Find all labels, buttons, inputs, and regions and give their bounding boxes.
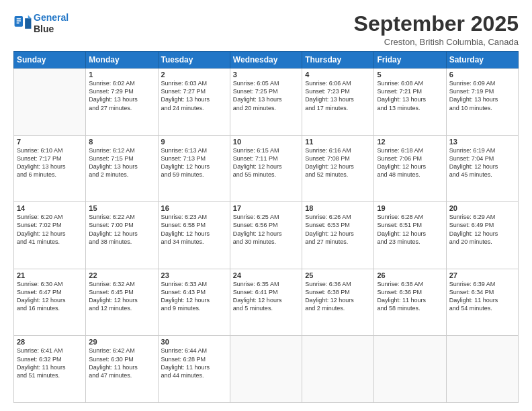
day-info: Sunrise: 6:18 AMSunset: 7:06 PMDaylight:… [377,146,443,179]
day-info: Sunrise: 6:26 AMSunset: 6:53 PMDaylight:… [305,213,371,246]
day-info: Sunrise: 6:08 AMSunset: 7:21 PMDaylight:… [377,79,443,112]
day-number: 22 [89,271,154,279]
day-info: Sunrise: 6:03 AMSunset: 7:27 PMDaylight:… [161,79,227,112]
day-info: Sunrise: 6:33 AMSunset: 6:43 PMDaylight:… [161,280,227,313]
day-info: Sunrise: 6:22 AMSunset: 7:00 PMDaylight:… [89,213,154,246]
calendar-cell [302,336,374,403]
calendar-cell: 25Sunrise: 6:36 AMSunset: 6:38 PMDayligh… [302,269,374,336]
day-number: 5 [377,71,443,79]
day-number: 29 [89,338,154,346]
day-info: Sunrise: 6:32 AMSunset: 6:45 PMDaylight:… [89,280,154,313]
calendar-cell: 24Sunrise: 6:35 AMSunset: 6:41 PMDayligh… [230,269,302,336]
calendar-header-row: SundayMondayTuesdayWednesdayThursdayFrid… [14,52,519,68]
title-block: September 2025 Creston, British Columbia… [354,12,519,47]
calendar-cell: 11Sunrise: 6:16 AMSunset: 7:08 PMDayligh… [302,135,374,202]
calendar-cell: 19Sunrise: 6:28 AMSunset: 6:51 PMDayligh… [374,202,446,269]
day-info: Sunrise: 6:09 AMSunset: 7:19 PMDaylight:… [449,79,515,112]
day-number: 21 [17,271,83,279]
day-number: 4 [305,71,371,79]
day-number: 12 [377,138,443,146]
location-subtitle: Creston, British Columbia, Canada [354,37,519,47]
calendar-cell: 1Sunrise: 6:02 AMSunset: 7:29 PMDaylight… [86,68,158,136]
day-number: 18 [305,204,371,212]
day-number: 28 [17,338,83,346]
day-number: 15 [89,204,154,212]
calendar-header-friday: Friday [374,52,446,68]
day-number: 9 [161,138,227,146]
logo-general: General [34,12,69,23]
day-info: Sunrise: 6:36 AMSunset: 6:38 PMDaylight:… [305,280,371,313]
day-info: Sunrise: 6:42 AMSunset: 6:30 PMDaylight:… [89,347,154,379]
calendar-week-row: 1Sunrise: 6:02 AMSunset: 7:29 PMDaylight… [14,68,519,136]
day-number: 27 [449,271,515,279]
calendar-cell: 30Sunrise: 6:44 AMSunset: 6:28 PMDayligh… [158,336,230,403]
calendar-cell: 16Sunrise: 6:23 AMSunset: 6:58 PMDayligh… [158,202,230,269]
calendar-cell: 22Sunrise: 6:32 AMSunset: 6:45 PMDayligh… [86,269,158,336]
month-title: September 2025 [354,12,519,36]
day-number: 3 [233,71,299,79]
calendar-cell: 9Sunrise: 6:13 AMSunset: 7:13 PMDaylight… [158,135,230,202]
calendar-week-row: 28Sunrise: 6:41 AMSunset: 6:32 PMDayligh… [14,336,519,403]
calendar-cell: 5Sunrise: 6:08 AMSunset: 7:21 PMDaylight… [374,68,446,136]
calendar-cell: 3Sunrise: 6:05 AMSunset: 7:25 PMDaylight… [230,68,302,136]
day-number: 8 [89,138,154,146]
calendar-cell: 17Sunrise: 6:25 AMSunset: 6:56 PMDayligh… [230,202,302,269]
svg-marker-4 [25,18,31,29]
header: General Blue September 2025 Creston, Bri… [13,12,519,47]
calendar-header-saturday: Saturday [446,52,518,68]
day-info: Sunrise: 6:13 AMSunset: 7:13 PMDaylight:… [161,146,227,179]
calendar-cell: 8Sunrise: 6:12 AMSunset: 7:15 PMDaylight… [86,135,158,202]
day-number: 7 [17,138,83,146]
calendar-cell [374,336,446,403]
day-info: Sunrise: 6:41 AMSunset: 6:32 PMDaylight:… [17,347,83,379]
day-number: 17 [233,204,299,212]
svg-marker-5 [28,15,32,18]
logo-blue: Blue [34,24,69,35]
calendar-cell: 20Sunrise: 6:29 AMSunset: 6:49 PMDayligh… [446,202,518,269]
day-info: Sunrise: 6:44 AMSunset: 6:28 PMDaylight:… [161,347,227,379]
day-info: Sunrise: 6:15 AMSunset: 7:11 PMDaylight:… [233,146,299,179]
day-number: 24 [233,271,299,279]
day-number: 16 [161,204,227,212]
calendar-cell: 18Sunrise: 6:26 AMSunset: 6:53 PMDayligh… [302,202,374,269]
calendar-header-sunday: Sunday [14,52,86,68]
day-number: 19 [377,204,443,212]
calendar-cell: 23Sunrise: 6:33 AMSunset: 6:43 PMDayligh… [158,269,230,336]
calendar-header-monday: Monday [86,52,158,68]
logo: General Blue [13,12,69,35]
calendar-cell: 12Sunrise: 6:18 AMSunset: 7:06 PMDayligh… [374,135,446,202]
day-number: 26 [377,271,443,279]
logo-text-block: General Blue [34,12,69,35]
calendar-header-wednesday: Wednesday [230,52,302,68]
calendar-cell: 28Sunrise: 6:41 AMSunset: 6:32 PMDayligh… [14,336,86,403]
day-number: 2 [161,71,227,79]
day-info: Sunrise: 6:28 AMSunset: 6:51 PMDaylight:… [377,213,443,246]
calendar-week-row: 21Sunrise: 6:30 AMSunset: 6:47 PMDayligh… [14,269,519,336]
calendar-cell: 26Sunrise: 6:38 AMSunset: 6:36 PMDayligh… [374,269,446,336]
day-info: Sunrise: 6:16 AMSunset: 7:08 PMDaylight:… [305,146,371,179]
svg-rect-2 [17,20,21,21]
svg-rect-1 [17,18,21,19]
day-number: 14 [17,204,83,212]
calendar-cell: 21Sunrise: 6:30 AMSunset: 6:47 PMDayligh… [14,269,86,336]
day-number: 11 [305,138,371,146]
day-info: Sunrise: 6:12 AMSunset: 7:15 PMDaylight:… [89,146,154,179]
calendar-cell: 2Sunrise: 6:03 AMSunset: 7:27 PMDaylight… [158,68,230,136]
day-number: 30 [161,338,227,346]
calendar-table: SundayMondayTuesdayWednesdayThursdayFrid… [13,51,519,403]
calendar-cell: 4Sunrise: 6:06 AMSunset: 7:23 PMDaylight… [302,68,374,136]
calendar-cell [230,336,302,403]
calendar-week-row: 7Sunrise: 6:10 AMSunset: 7:17 PMDaylight… [14,135,519,202]
day-info: Sunrise: 6:39 AMSunset: 6:34 PMDaylight:… [449,280,515,313]
calendar-cell [14,68,86,136]
day-number: 20 [449,204,515,212]
day-number: 25 [305,271,371,279]
calendar-cell: 6Sunrise: 6:09 AMSunset: 7:19 PMDaylight… [446,68,518,136]
calendar-cell: 14Sunrise: 6:20 AMSunset: 7:02 PMDayligh… [14,202,86,269]
day-info: Sunrise: 6:23 AMSunset: 6:58 PMDaylight:… [161,213,227,246]
day-info: Sunrise: 6:25 AMSunset: 6:56 PMDaylight:… [233,213,299,246]
day-info: Sunrise: 6:29 AMSunset: 6:49 PMDaylight:… [449,213,515,246]
svg-rect-3 [17,22,19,24]
calendar-header-tuesday: Tuesday [158,52,230,68]
calendar-cell: 7Sunrise: 6:10 AMSunset: 7:17 PMDaylight… [14,135,86,202]
